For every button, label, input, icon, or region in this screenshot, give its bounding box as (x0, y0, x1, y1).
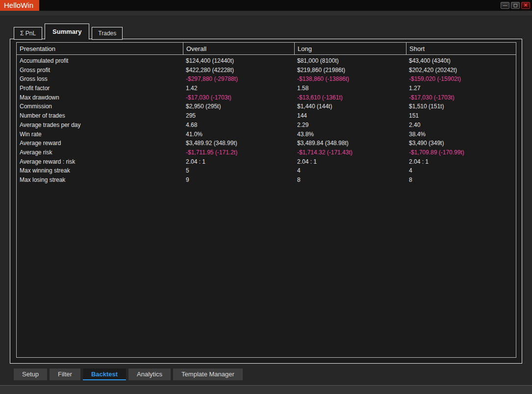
row-label: Max winning streak (17, 166, 183, 175)
titlebar-strip (0, 11, 532, 16)
row-value-long: -$13,610 (-1361t) (294, 93, 406, 102)
table-row: Gross profit$422,280 (42228t)$219,860 (2… (17, 66, 516, 75)
row-label: Profit factor (17, 84, 183, 93)
table-body: Accumulated profit$124,400 (12440t)$81,0… (17, 55, 516, 185)
row-value-overall: 41.0% (183, 130, 294, 139)
row-label: Average risk (17, 148, 183, 157)
row-value-short: 151 (406, 111, 516, 121)
table-row: Number of trades295144151 (17, 111, 516, 121)
table-row: Profit factor1.421.581.27 (17, 84, 516, 93)
table-row: Accumulated profit$124,400 (12440t)$81,0… (17, 56, 516, 66)
row-label: Win rate (17, 130, 183, 139)
row-value-short: -$17,030 (-1703t) (406, 93, 516, 102)
maximize-button[interactable]: ▢ (511, 2, 520, 9)
minimize-icon: — (503, 3, 507, 8)
row-value-overall: 1.42 (183, 84, 294, 93)
table-row: Average risk-$1,711.95 (-171.2t)-$1,714.… (17, 148, 516, 157)
row-value-long: 144 (294, 111, 406, 121)
row-value-short: 38.4% (406, 130, 516, 139)
column-header-long[interactable]: Long (294, 43, 406, 54)
row-value-overall: $3,489.92 (348.99t) (183, 139, 294, 148)
tab-summary[interactable]: Summary (45, 24, 89, 40)
row-value-long: 8 (294, 175, 406, 185)
row-label: Max losing streak (17, 175, 183, 185)
app-title: HelloWin (0, 0, 39, 11)
minimize-button[interactable]: — (501, 2, 509, 9)
row-value-short: 1.27 (406, 84, 516, 93)
table-row: Win rate41.0%43.8%38.4% (17, 130, 516, 139)
titlebar: HelloWin — ▢ ✕ (0, 0, 532, 11)
table-row: Gross loss-$297,880 (-29788t)-$138,860 (… (17, 74, 516, 84)
row-value-overall: 295 (183, 111, 294, 121)
row-value-overall: $2,950 (295t) (183, 102, 294, 111)
row-value-long: 2.04 : 1 (294, 157, 406, 167)
row-label: Commission (17, 102, 183, 111)
row-value-overall: 4.68 (183, 121, 294, 130)
table-row: Max winning streak544 (17, 166, 516, 175)
tab-filter[interactable]: Filter (50, 369, 80, 380)
table-row: Commission$2,950 (295t)$1,440 (144t)$1,5… (17, 102, 516, 111)
table-row: Average reward : risk2.04 : 12.04 : 12.0… (17, 157, 516, 167)
column-header-presentation[interactable]: Presentation (17, 43, 183, 54)
row-value-long: $81,000 (8100t) (294, 56, 406, 66)
row-label: Max drawdown (17, 93, 183, 102)
row-value-long: -$138,860 (-13886t) (294, 74, 406, 84)
row-value-long: $219,860 (21986t) (294, 66, 406, 75)
row-value-overall: -$1,711.95 (-171.2t) (183, 148, 294, 157)
row-value-short: $202,420 (20242t) (406, 66, 516, 75)
row-value-short: 2.40 (406, 121, 516, 130)
row-label: Average reward : risk (17, 157, 183, 167)
row-value-short: $43,400 (4340t) (406, 56, 516, 66)
maximize-icon: ▢ (513, 3, 518, 8)
table-row: Average trades per day4.682.292.40 (17, 121, 516, 130)
window-controls: — ▢ ✕ (499, 2, 530, 9)
row-value-overall: $422,280 (42228t) (183, 66, 294, 75)
row-value-long: 4 (294, 166, 406, 175)
row-value-short: -$159,020 (-15902t) (406, 74, 516, 84)
row-value-long: 43.8% (294, 130, 406, 139)
table-row: Average reward$3,489.92 (348.99t)$3,489.… (17, 139, 516, 148)
table-row: Max drawdown-$17,030 (-1703t)-$13,610 (-… (17, 93, 516, 102)
row-label: Gross profit (17, 66, 183, 75)
tab-setup[interactable]: Setup (14, 369, 47, 380)
row-value-overall: 2.04 : 1 (183, 157, 294, 167)
row-label: Accumulated profit (17, 56, 183, 66)
column-header-short[interactable]: Short (406, 43, 516, 54)
row-value-long: 1.58 (294, 84, 406, 93)
tab-analytics[interactable]: Analytics (128, 369, 171, 380)
row-value-short: $1,510 (151t) (406, 102, 516, 111)
tab-trades[interactable]: Trades (92, 27, 123, 40)
row-label: Average reward (17, 139, 183, 148)
close-button[interactable]: ✕ (521, 2, 530, 9)
row-value-long: 2.29 (294, 121, 406, 130)
top-tab-strip: Σ PnL Summary Trades (14, 24, 125, 39)
summary-tab-page: Presentation Overall Long Short Accumula… (10, 39, 522, 364)
column-header-overall[interactable]: Overall (183, 43, 294, 54)
table-row: Max losing streak988 (17, 175, 516, 185)
row-label: Gross loss (17, 74, 183, 84)
row-value-overall: 5 (183, 166, 294, 175)
row-value-long: $1,440 (144t) (294, 102, 406, 111)
row-value-short: 4 (406, 166, 516, 175)
summary-table: Presentation Overall Long Short Accumula… (16, 42, 516, 358)
row-value-overall: 9 (183, 175, 294, 185)
row-value-overall: -$297,880 (-29788t) (183, 74, 294, 84)
status-bar: BUY: Active conditions: 2 / 2 (0, 385, 532, 394)
row-value-short: 8 (406, 175, 516, 185)
row-value-overall: -$17,030 (-1703t) (183, 93, 294, 102)
row-value-overall: $124,400 (12440t) (183, 56, 294, 66)
row-label: Number of trades (17, 111, 183, 121)
tab-backtest[interactable]: Backtest (83, 369, 126, 380)
row-value-short: -$1,709.89 (-170.99t) (406, 148, 516, 157)
row-value-short: 2.04 : 1 (406, 157, 516, 167)
table-header: Presentation Overall Long Short (17, 43, 516, 55)
row-value-long: $3,489.84 (348.98t) (294, 139, 406, 148)
row-label: Average trades per day (17, 121, 183, 130)
close-icon: ✕ (524, 3, 528, 8)
bottom-tab-strip: Setup Filter Backtest Analytics Template… (14, 369, 245, 381)
row-value-short: $3,490 (349t) (406, 139, 516, 148)
row-value-long: -$1,714.32 (-171.43t) (294, 148, 406, 157)
tab-pnl[interactable]: Σ PnL (14, 27, 42, 40)
tab-template-manager[interactable]: Template Manager (173, 369, 243, 380)
